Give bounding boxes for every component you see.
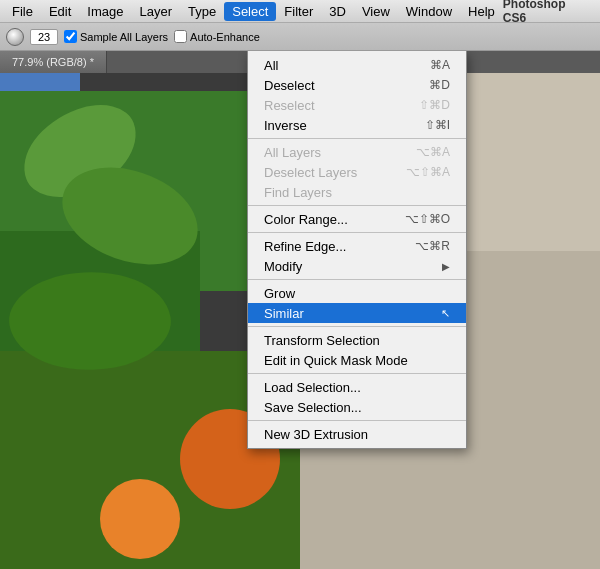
submenu-arrow-icon: ▶	[442, 261, 450, 272]
menu-item-all[interactable]: All ⌘A	[248, 55, 466, 75]
menu-edit[interactable]: Edit	[41, 2, 79, 21]
separator-4	[248, 279, 466, 280]
auto-enhance-check[interactable]: Auto-Enhance	[174, 30, 260, 43]
menu-item-color-range[interactable]: Color Range... ⌥⇧⌘O	[248, 209, 466, 229]
toolbar: 23 Sample All Layers Auto-Enhance	[0, 23, 600, 51]
menu-item-find-layers[interactable]: Find Layers	[248, 182, 466, 202]
menu-select[interactable]: Select	[224, 2, 276, 21]
menu-window[interactable]: Window	[398, 2, 460, 21]
menu-item-all-layers[interactable]: All Layers ⌥⌘A	[248, 142, 466, 162]
menu-item-load-selection[interactable]: Load Selection...	[248, 377, 466, 397]
sample-all-check[interactable]: Sample All Layers	[64, 30, 168, 43]
menu-bar: File Edit Image Layer Type Select Filter…	[0, 0, 600, 23]
menu-item-modify[interactable]: Modify ▶	[248, 256, 466, 276]
brush-size[interactable]: 23	[30, 29, 58, 45]
separator-3	[248, 232, 466, 233]
menu-help[interactable]: Help	[460, 2, 503, 21]
menu-item-similar[interactable]: Similar ↖	[248, 303, 466, 323]
menu-view[interactable]: View	[354, 2, 398, 21]
app-title: Photoshop CS6	[503, 0, 596, 25]
menu-item-deselect[interactable]: Deselect ⌘D	[248, 75, 466, 95]
auto-enhance-label: Auto-Enhance	[190, 31, 260, 43]
separator-1	[248, 138, 466, 139]
document-tab[interactable]: 77.9% (RGB/8) *	[0, 51, 107, 73]
menu-item-inverse[interactable]: Inverse ⇧⌘I	[248, 115, 466, 135]
select-dropdown-menu: All ⌘A Deselect ⌘D Reselect ⇧⌘D Inverse …	[247, 51, 467, 449]
menu-item-grow[interactable]: Grow	[248, 283, 466, 303]
menu-3d[interactable]: 3D	[321, 2, 354, 21]
separator-7	[248, 420, 466, 421]
cursor-icon: ↖	[441, 307, 450, 320]
tool-icon	[6, 28, 24, 46]
menu-item-transform-selection[interactable]: Transform Selection	[248, 330, 466, 350]
separator-5	[248, 326, 466, 327]
menu-item-reselect[interactable]: Reselect ⇧⌘D	[248, 95, 466, 115]
menu-type[interactable]: Type	[180, 2, 224, 21]
menu-item-edit-quick-mask[interactable]: Edit in Quick Mask Mode	[248, 350, 466, 370]
menu-item-refine-edge[interactable]: Refine Edge... ⌥⌘R	[248, 236, 466, 256]
menu-item-deselect-layers[interactable]: Deselect Layers ⌥⇧⌘A	[248, 162, 466, 182]
menu-image[interactable]: Image	[79, 2, 131, 21]
canvas-area: 77.9% (RGB/8) * All ⌘A Deselect ⌘D Resel…	[0, 51, 600, 569]
menu-filter[interactable]: Filter	[276, 2, 321, 21]
menu-item-new-3d-extrusion[interactable]: New 3D Extrusion	[248, 424, 466, 444]
separator-2	[248, 205, 466, 206]
separator-6	[248, 373, 466, 374]
menu-file[interactable]: File	[4, 2, 41, 21]
menu-layer[interactable]: Layer	[132, 2, 181, 21]
menu-item-save-selection[interactable]: Save Selection...	[248, 397, 466, 417]
sample-all-label: Sample All Layers	[80, 31, 168, 43]
